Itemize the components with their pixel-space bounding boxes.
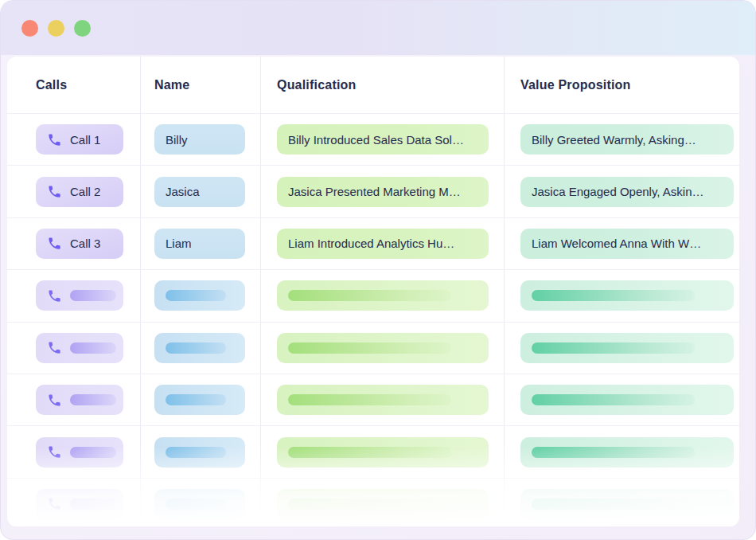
skeleton-bar bbox=[70, 499, 116, 510]
qualification-pill-skeleton bbox=[277, 437, 489, 468]
calls-cell: Call 2 bbox=[7, 166, 141, 217]
qualification-cell: Liam Introduced Analytics Hu… bbox=[261, 218, 505, 269]
phone-icon bbox=[47, 340, 62, 355]
minimize-button[interactable] bbox=[48, 20, 64, 37]
name-cell bbox=[141, 323, 261, 374]
qualification-pill: Liam Introduced Analytics Hu… bbox=[277, 229, 489, 259]
name-cell: Jasica bbox=[141, 166, 261, 217]
skeleton-bar bbox=[166, 394, 226, 405]
qualification-pill-label: Liam Introduced Analytics Hu… bbox=[288, 237, 454, 250]
skeleton-bar bbox=[532, 290, 695, 301]
column-header-label: Qualification bbox=[277, 78, 357, 92]
skeleton-bar bbox=[532, 342, 695, 354]
column-header-label: Value Proposition bbox=[520, 78, 631, 92]
qualification-pill-skeleton bbox=[277, 385, 489, 415]
name-pill-label: Billy bbox=[166, 133, 188, 147]
qualification-cell bbox=[261, 426, 505, 477]
table-header-row: Calls Name Qualification Value Propositi… bbox=[7, 57, 739, 114]
skeleton-bar bbox=[166, 290, 226, 301]
calls-cell bbox=[7, 374, 141, 425]
call-pill-label: Call 2 bbox=[70, 185, 100, 198]
qualification-pill-label: Jasica Presented Marketing M… bbox=[288, 185, 461, 198]
call-pill-label: Call 1 bbox=[70, 133, 100, 147]
name-cell bbox=[141, 479, 261, 526]
table-row: Call 3 Liam Liam Introduced Analytics Hu… bbox=[7, 218, 739, 270]
value-proposition-pill-skeleton bbox=[520, 489, 734, 519]
value-proposition-cell bbox=[505, 323, 739, 374]
name-pill: Billy bbox=[154, 124, 245, 155]
value-proposition-cell: Billy Greeted Warmly, Asking… bbox=[505, 114, 739, 165]
maximize-button[interactable] bbox=[74, 20, 91, 37]
name-cell: Billy bbox=[141, 114, 261, 165]
phone-icon bbox=[47, 288, 62, 303]
value-proposition-pill-skeleton bbox=[520, 437, 734, 468]
skeleton-bar bbox=[70, 342, 116, 354]
name-pill-label: Liam bbox=[166, 237, 192, 250]
skeleton-bar bbox=[70, 447, 116, 458]
call-pill-skeleton bbox=[36, 385, 123, 415]
call-pill[interactable]: Call 1 bbox=[36, 124, 123, 155]
skeleton-bar bbox=[288, 290, 451, 301]
table-row: Call 2 Jasica Jasica Presented Marketing… bbox=[7, 166, 739, 217]
value-proposition-pill-skeleton bbox=[520, 333, 734, 363]
column-header-label: Calls bbox=[36, 78, 67, 92]
column-header-value-proposition: Value Proposition bbox=[505, 57, 739, 113]
skeleton-bar bbox=[166, 447, 226, 458]
qualification-pill-skeleton bbox=[277, 333, 489, 363]
name-pill-skeleton bbox=[154, 437, 245, 468]
value-proposition-pill-label: Liam Welcomed Anna With W… bbox=[532, 237, 701, 250]
skeleton-bar bbox=[288, 342, 451, 354]
qualification-pill: Billy Introduced Sales Data Sol… bbox=[277, 124, 489, 155]
qualification-cell bbox=[261, 374, 505, 425]
phone-icon bbox=[47, 393, 62, 408]
window-titlebar bbox=[1, 1, 755, 55]
call-pill-skeleton bbox=[36, 333, 123, 363]
phone-icon bbox=[47, 496, 62, 511]
skeleton-bar bbox=[70, 290, 116, 301]
value-proposition-pill: Liam Welcomed Anna With W… bbox=[520, 229, 734, 259]
skeleton-bar bbox=[532, 394, 695, 405]
column-header-qualification: Qualification bbox=[261, 57, 505, 113]
calls-table: Calls Name Qualification Value Propositi… bbox=[7, 57, 739, 526]
value-proposition-pill-label: Jasica Engaged Openly, Askin… bbox=[532, 185, 704, 198]
call-pill[interactable]: Call 3 bbox=[36, 229, 123, 259]
column-header-name: Name bbox=[141, 57, 261, 113]
qualification-cell: Jasica Presented Marketing M… bbox=[261, 166, 505, 217]
table-row-skeleton bbox=[7, 270, 739, 322]
skeleton-bar bbox=[166, 342, 226, 354]
value-proposition-pill-skeleton bbox=[520, 385, 734, 415]
table-row-skeleton bbox=[7, 323, 739, 374]
skeleton-bar bbox=[166, 499, 226, 510]
qualification-cell: Billy Introduced Sales Data Sol… bbox=[261, 114, 505, 165]
value-proposition-cell: Jasica Engaged Openly, Askin… bbox=[505, 166, 739, 217]
app-window: Calls Name Qualification Value Propositi… bbox=[0, 0, 756, 540]
qualification-pill-label: Billy Introduced Sales Data Sol… bbox=[288, 133, 464, 147]
value-proposition-cell bbox=[505, 374, 739, 425]
phone-icon bbox=[47, 132, 62, 147]
calls-cell: Call 1 bbox=[7, 114, 141, 165]
close-button[interactable] bbox=[21, 20, 38, 37]
name-cell: Liam bbox=[141, 218, 261, 269]
skeleton-bar bbox=[532, 499, 695, 510]
calls-cell bbox=[7, 270, 141, 321]
call-pill-label: Call 3 bbox=[70, 237, 100, 250]
value-proposition-cell: Liam Welcomed Anna With W… bbox=[505, 218, 739, 269]
skeleton-bar bbox=[288, 394, 451, 405]
call-pill-skeleton bbox=[36, 280, 123, 311]
phone-icon bbox=[47, 184, 62, 199]
qualification-cell bbox=[261, 270, 505, 321]
value-proposition-cell bbox=[505, 479, 739, 526]
skeleton-bar bbox=[532, 447, 695, 458]
call-pill-skeleton bbox=[36, 489, 123, 519]
name-pill-skeleton bbox=[154, 280, 245, 311]
qualification-pill-skeleton bbox=[277, 489, 489, 519]
name-pill-skeleton bbox=[154, 333, 245, 363]
table-row: Call 1 Billy Billy Introduced Sales Data… bbox=[7, 114, 739, 166]
qualification-pill-skeleton bbox=[277, 280, 489, 311]
name-pill: Liam bbox=[154, 229, 245, 259]
column-header-label: Name bbox=[154, 78, 189, 92]
name-cell bbox=[141, 374, 261, 425]
call-pill[interactable]: Call 2 bbox=[36, 177, 123, 207]
phone-icon bbox=[47, 236, 62, 251]
skeleton-bar bbox=[288, 447, 451, 458]
